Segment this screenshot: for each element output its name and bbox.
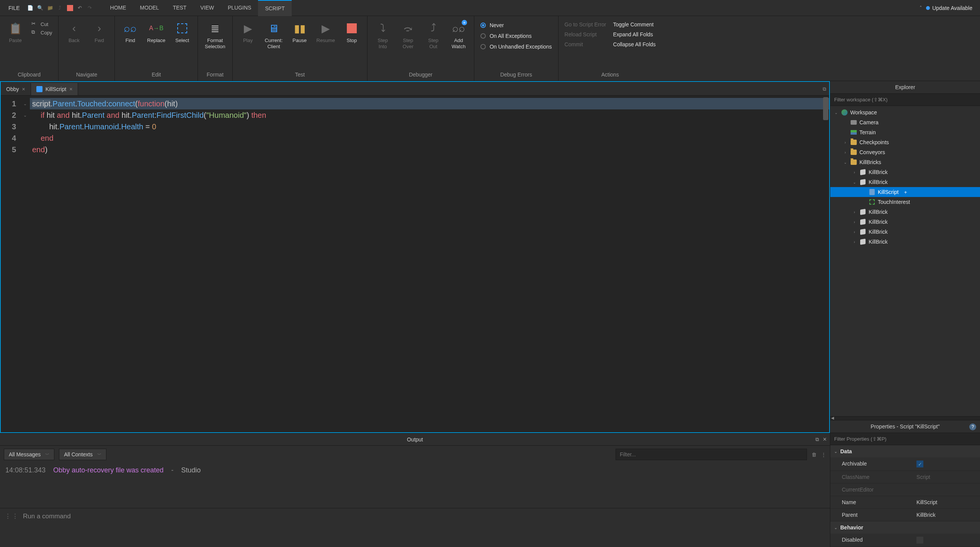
- add-child-icon[interactable]: +: [902, 189, 908, 195]
- code-content[interactable]: script.Parent.Touched:connect(function(h…: [30, 96, 829, 432]
- undo-icon[interactable]: ↶: [76, 4, 84, 12]
- ribbon: 📋Paste ✂Cut ⧉Copy Clipboard ‹Back ›Fwd N…: [0, 16, 980, 81]
- expand-folds-button[interactable]: Expand All Folds: [613, 31, 656, 37]
- prop-section-behavior[interactable]: ⌄Behavior: [830, 521, 980, 534]
- properties-filter[interactable]: Filter Properties (⇧⌘P): [830, 433, 980, 445]
- tree-item-killscript[interactable]: KillScript+: [830, 187, 980, 197]
- binoculars-icon[interactable]: 🔍: [36, 4, 44, 12]
- format-selection-button[interactable]: ≣Format Selection: [202, 18, 228, 52]
- redo-icon[interactable]: ↷: [86, 4, 94, 12]
- checkbox[interactable]: ✓: [916, 461, 923, 467]
- reload-script-button[interactable]: Reload Script: [565, 31, 606, 37]
- close-icon[interactable]: ×: [22, 86, 25, 92]
- explorer-filter[interactable]: Filter workspace (⇧⌘X): [830, 94, 980, 106]
- split-editor-icon[interactable]: ⧉: [820, 83, 829, 95]
- copy-button[interactable]: ⧉Copy: [31, 29, 52, 36]
- tree-item-killbrick[interactable]: ›KillBrick: [830, 207, 980, 217]
- folder-icon[interactable]: 📁: [46, 4, 54, 12]
- paste-button[interactable]: 📋Paste: [4, 18, 27, 46]
- checkbox[interactable]: [916, 537, 923, 544]
- vertical-scrollbar[interactable]: [823, 97, 828, 120]
- more-icon[interactable]: ⋮: [821, 452, 826, 457]
- select-button[interactable]: Select: [171, 18, 194, 46]
- pause-button[interactable]: ▮▮Pause: [288, 18, 311, 46]
- prop-parent[interactable]: ParentKillBrick: [830, 509, 980, 521]
- file-menu[interactable]: FILE: [4, 5, 24, 11]
- stop-button[interactable]: Stop: [340, 18, 363, 46]
- command-bar[interactable]: ⋮⋮ Run a command: [0, 508, 830, 524]
- never-radio[interactable]: Never: [480, 22, 552, 28]
- commit-button[interactable]: Commit: [565, 41, 606, 47]
- tab-test[interactable]: TEST: [166, 0, 193, 16]
- properties-body: ⌄DataArchivable✓ClassNameScriptCurrentEd…: [830, 445, 980, 547]
- globe-icon: [841, 109, 848, 116]
- tree-item-terrain[interactable]: Terrain: [830, 127, 980, 137]
- stop-quick-icon[interactable]: [66, 4, 74, 12]
- goto-error-button[interactable]: Go to Script Error: [565, 21, 606, 28]
- tree-horizontal-scrollbar[interactable]: [830, 416, 980, 420]
- tab-view[interactable]: VIEW: [193, 0, 221, 16]
- step-over-button[interactable]: ⤼Step Over: [397, 18, 420, 52]
- step-into-button[interactable]: ⤵Step Into: [371, 18, 394, 52]
- tree-item-killbrick[interactable]: ›KillBrick: [830, 167, 980, 177]
- forward-button[interactable]: ›Fwd: [88, 18, 111, 46]
- tab-model[interactable]: MODEL: [133, 0, 166, 16]
- update-available[interactable]: Update Available: [926, 5, 976, 11]
- back-button[interactable]: ‹Back: [62, 18, 85, 46]
- tree-item-killbrick[interactable]: ›KillBrick: [830, 217, 980, 227]
- output-log-line: 14:08:51.343 Obby auto-recovery file was…: [0, 463, 830, 477]
- code-editor[interactable]: 12345 ⌄⌄ script.Parent.Touched:connect(f…: [1, 96, 829, 432]
- play-button[interactable]: ▶Play: [237, 18, 260, 46]
- doc-tab-obby[interactable]: Obby×: [1, 83, 31, 95]
- fold-column[interactable]: ⌄⌄: [20, 96, 30, 432]
- all-exceptions-radio[interactable]: On All Exceptions: [480, 33, 552, 39]
- folder-icon: [850, 149, 857, 156]
- prop-section-data[interactable]: ⌄Data: [830, 445, 980, 457]
- edit-group-label: Edit: [152, 69, 161, 78]
- tab-script[interactable]: SCRIPT: [258, 0, 291, 16]
- popout-icon[interactable]: ⧉: [815, 436, 819, 443]
- editor-area: Obby×KillScript×⧉ 12345 ⌄⌄ script.Parent…: [0, 81, 830, 433]
- prop-archivable[interactable]: Archivable✓: [830, 457, 980, 471]
- tree-item-killbrick[interactable]: ›KillBrick: [830, 237, 980, 247]
- tab-home[interactable]: HOME: [103, 0, 133, 16]
- current-client-button[interactable]: 🖥Current: Client: [262, 18, 286, 52]
- menubar: FILE 📄 🔍 📁 ⤴ ↶ ↷ HOMEMODELTESTVIEWPLUGIN…: [0, 0, 980, 16]
- messages-dropdown[interactable]: All Messages﹀: [4, 449, 54, 460]
- tree-item-checkpoints[interactable]: ›Checkpoints: [830, 137, 980, 147]
- tree-item-conveyors[interactable]: ›Conveyors: [830, 147, 980, 157]
- output-filter-input[interactable]: [616, 449, 807, 460]
- unhandled-exceptions-radio[interactable]: On Unhandled Exceptions: [480, 44, 552, 50]
- toggle-comment-button[interactable]: Toggle Comment: [613, 21, 656, 28]
- tab-plugins[interactable]: PLUGINS: [221, 0, 258, 16]
- replace-button[interactable]: A→BReplace: [144, 18, 168, 46]
- new-icon[interactable]: 📄: [26, 4, 34, 12]
- actions-group-label: Actions: [601, 69, 619, 78]
- cut-button[interactable]: ✂Cut: [31, 21, 52, 28]
- tree-item-workspace[interactable]: ⌄Workspace: [830, 107, 980, 117]
- close-icon[interactable]: ✕: [823, 436, 827, 443]
- output-title: Output: [407, 436, 423, 443]
- find-button[interactable]: ⌕⌕Find: [119, 18, 142, 46]
- export-icon[interactable]: ⤴: [56, 4, 64, 12]
- line-gutter: 12345: [1, 96, 20, 432]
- tree-item-killbrick[interactable]: ›KillBrick: [830, 227, 980, 237]
- prop-disabled[interactable]: Disabled: [830, 534, 980, 547]
- tree-item-touchinterest[interactable]: TouchInterest: [830, 197, 980, 207]
- help-icon[interactable]: ?: [969, 423, 976, 430]
- close-icon[interactable]: ×: [69, 86, 72, 92]
- tree-item-camera[interactable]: Camera: [830, 117, 980, 127]
- resume-button[interactable]: ▶Resume: [314, 18, 338, 46]
- step-out-button[interactable]: ⤴Step Out: [422, 18, 445, 52]
- prop-name[interactable]: NameKillScript: [830, 496, 980, 509]
- collapse-ribbon-icon[interactable]: ˄: [920, 5, 922, 11]
- tree-item-killbricks[interactable]: ⌄KillBricks: [830, 157, 980, 167]
- add-watch-button[interactable]: ⌕⌕+Add Watch: [447, 18, 470, 52]
- doc-tab-killscript[interactable]: KillScript×: [31, 83, 78, 95]
- collapse-folds-button[interactable]: Collapse All Folds: [613, 41, 656, 47]
- tree-item-killbrick[interactable]: ⌄KillBrick: [830, 177, 980, 187]
- trash-icon[interactable]: 🗑: [812, 452, 817, 457]
- contexts-dropdown[interactable]: All Contexts﹀: [59, 449, 106, 460]
- folder-icon: [850, 139, 857, 146]
- debug-errors-group-label: Debug Errors: [500, 69, 532, 78]
